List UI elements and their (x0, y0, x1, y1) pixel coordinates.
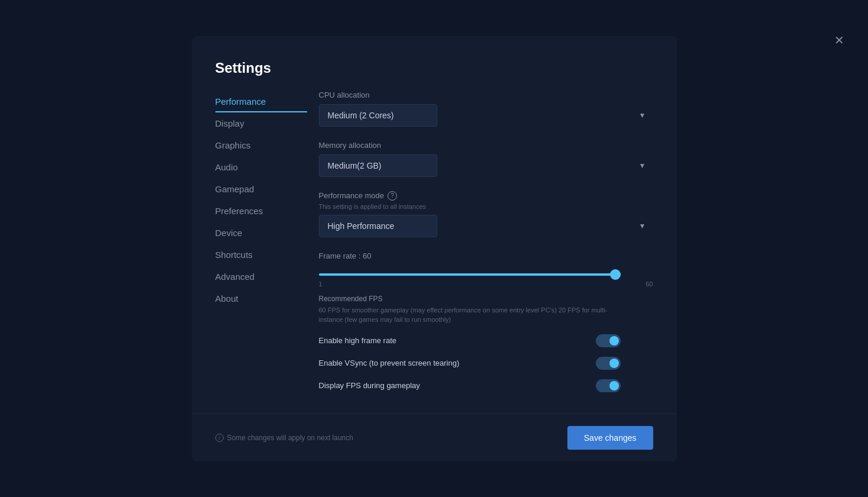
sidebar-item-preferences[interactable]: Preferences (215, 200, 307, 222)
sidebar-item-graphics[interactable]: Graphics (215, 134, 307, 156)
sidebar-item-shortcuts[interactable]: Shortcuts (215, 244, 307, 266)
slider-container (319, 267, 621, 278)
performance-mode-help-icon[interactable]: ? (388, 191, 397, 201)
memory-allocation-wrapper: Low(1 GB) Medium(2 GB) High(4 GB) Ultra(… (319, 154, 653, 177)
frame-rate-section: Frame rate : 60 1 60 Recommended FPS 60 … (319, 251, 653, 325)
performance-mode-label: Performance mode (319, 191, 385, 200)
sidebar-item-display[interactable]: Display (215, 112, 307, 134)
recommended-fps-label: Recommended FPS (319, 295, 653, 303)
sidebar-item-about[interactable]: About (215, 288, 307, 309)
sidebar-item-gamepad[interactable]: Gamepad (215, 178, 307, 200)
frame-rate-slider[interactable] (319, 273, 621, 276)
cpu-allocation-select[interactable]: Low (1 Core) Medium (2 Cores) High (4 Co… (319, 104, 437, 127)
toggle-row-display-fps: Display FPS during gameplay (319, 379, 621, 392)
slider-max-label: 60 (646, 280, 653, 288)
modal-title: Settings (192, 60, 677, 91)
toggle-label-high-frame-rate: Enable high frame rate (319, 336, 397, 345)
toggle-display-fps[interactable] (596, 379, 621, 392)
memory-allocation-select[interactable]: Low(1 GB) Medium(2 GB) High(4 GB) Ultra(… (319, 154, 437, 177)
memory-select-arrow: ▼ (639, 162, 646, 170)
cpu-allocation-label: CPU allocation (319, 91, 653, 99)
toggle-row-vsync: Enable VSync (to prevent screen tearing) (319, 357, 621, 370)
toggle-vsync[interactable] (596, 357, 621, 370)
sidebar: Performance Display Graphics Audio Gamep… (192, 91, 307, 402)
slider-labels: 1 60 (319, 280, 653, 288)
sidebar-item-performance[interactable]: Performance (215, 91, 307, 112)
save-changes-button[interactable]: Save changes (567, 426, 653, 450)
memory-allocation-label: Memory allocation (319, 141, 653, 150)
cpu-select-arrow: ▼ (639, 111, 646, 120)
performance-mode-header: Performance mode ? (319, 191, 653, 201)
toggle-row-high-frame-rate: Enable high frame rate (319, 334, 621, 347)
recommended-fps-desc: 60 FPS for smoother gameplay (may effect… (319, 305, 621, 325)
toggle-label-vsync: Enable VSync (to prevent screen tearing) (319, 359, 460, 367)
performance-mode-wrapper: Power Saving Balanced High Performance ▼ (319, 215, 653, 237)
footer-info-icon: i (215, 434, 224, 442)
footer-note: i Some changes will apply on next launch (215, 434, 353, 442)
footer-note-text: Some changes will apply on next launch (227, 434, 353, 442)
slider-min-label: 1 (319, 280, 322, 288)
frame-rate-label: Frame rate : 60 (319, 251, 653, 260)
performance-mode-sub: This setting is applied to all instances (319, 203, 653, 210)
toggle-high-frame-rate[interactable] (596, 334, 621, 347)
cpu-allocation-wrapper: Low (1 Core) Medium (2 Cores) High (4 Co… (319, 104, 653, 127)
content-area: CPU allocation Low (1 Core) Medium (2 Co… (307, 91, 677, 402)
toggle-label-display-fps: Display FPS during gameplay (319, 381, 420, 390)
footer: i Some changes will apply on next launch… (192, 414, 677, 462)
performance-mode-select[interactable]: Power Saving Balanced High Performance (319, 215, 437, 237)
modal-body: Performance Display Graphics Audio Gamep… (192, 91, 677, 402)
sidebar-item-advanced[interactable]: Advanced (215, 266, 307, 288)
performance-mode-select-arrow: ▼ (639, 222, 646, 230)
sidebar-item-audio[interactable]: Audio (215, 156, 307, 178)
sidebar-item-device[interactable]: Device (215, 222, 307, 244)
settings-modal: Settings Performance Display Graphics Au… (192, 36, 677, 462)
close-button[interactable]: ✕ (834, 34, 844, 46)
